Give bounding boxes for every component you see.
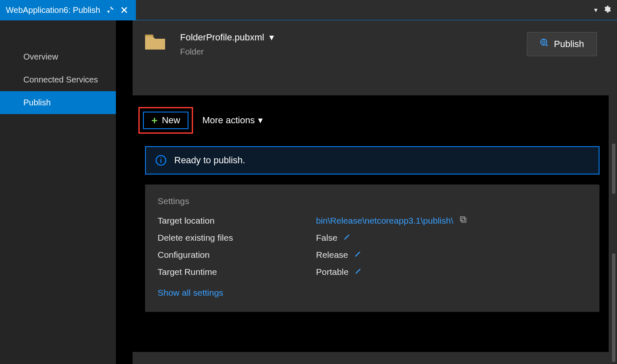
setting-row-configuration: Configuration Release <box>158 249 587 260</box>
setting-value: Release <box>316 250 348 260</box>
actions-row: + New More actions ▾ <box>133 107 609 134</box>
new-button-highlight: + New <box>138 107 193 134</box>
setting-value: False <box>316 233 337 243</box>
main-panel: FolderProfile.pubxml ▾ Folder Publish + <box>133 20 617 364</box>
tab-title: WebApplication6: Publish <box>6 5 100 15</box>
gutter <box>116 20 133 364</box>
sidebar: Overview Connected Services Publish <box>0 20 116 364</box>
globe-click-icon <box>540 38 549 50</box>
setting-key: Target Runtime <box>158 267 316 277</box>
chevron-down-icon: ▾ <box>258 115 263 126</box>
copy-icon[interactable] <box>459 215 467 226</box>
settings-title: Settings <box>158 196 587 206</box>
tab-bar: WebApplication6: Publish ▼ <box>0 0 617 20</box>
settings-card: Settings Target location bin\Release\net… <box>145 184 599 312</box>
setting-key: Delete existing files <box>158 233 316 243</box>
pin-icon[interactable] <box>106 6 114 14</box>
sidebar-item-connected-services[interactable]: Connected Services <box>0 68 116 91</box>
more-actions-dropdown[interactable]: More actions ▾ <box>202 115 263 126</box>
plus-icon: + <box>151 115 158 126</box>
sidebar-item-label: Overview <box>23 52 58 61</box>
workarea: + New More actions ▾ Ready to publish. S… <box>133 95 609 352</box>
setting-row-target-runtime: Target Runtime Portable <box>158 267 587 277</box>
close-icon[interactable] <box>120 6 128 14</box>
setting-key: Target location <box>158 216 316 226</box>
active-tab[interactable]: WebApplication6: Publish <box>0 0 136 20</box>
more-actions-label: More actions <box>202 115 255 126</box>
status-text: Ready to publish. <box>174 155 245 166</box>
show-all-settings-link[interactable]: Show all settings <box>158 288 587 298</box>
pencil-icon[interactable] <box>354 249 362 260</box>
info-icon <box>155 155 167 166</box>
svg-rect-4 <box>462 218 466 222</box>
tab-overflow-icon[interactable]: ▼ <box>593 7 599 13</box>
publish-header: FolderProfile.pubxml ▾ Folder Publish <box>133 20 609 57</box>
setting-row-target-location: Target location bin\Release\netcoreapp3.… <box>158 215 587 226</box>
new-button[interactable]: + New <box>143 112 188 129</box>
setting-row-delete-existing: Delete existing files False <box>158 232 587 243</box>
pencil-icon[interactable] <box>354 267 363 277</box>
profile-name: FolderProfile.pubxml <box>180 32 264 43</box>
gear-icon[interactable] <box>603 5 611 15</box>
sidebar-item-label: Publish <box>23 98 51 107</box>
publish-button[interactable]: Publish <box>527 32 597 56</box>
setting-key: Configuration <box>158 250 316 260</box>
svg-point-3 <box>161 157 161 158</box>
setting-value: Portable <box>316 267 349 277</box>
status-banner: Ready to publish. <box>145 146 599 175</box>
profile-dropdown[interactable]: FolderProfile.pubxml ▾ <box>180 32 274 43</box>
sidebar-item-overview[interactable]: Overview <box>0 45 116 68</box>
setting-value-link[interactable]: bin\Release\netcoreapp3.1\publish\ <box>316 216 453 226</box>
new-button-label: New <box>162 115 180 126</box>
profile-kind: Folder <box>180 47 274 57</box>
chevron-down-icon: ▾ <box>269 32 274 43</box>
publish-button-label: Publish <box>554 39 584 50</box>
sidebar-item-publish[interactable]: Publish <box>0 91 116 114</box>
scrollbar[interactable] <box>609 41 617 364</box>
pencil-icon[interactable] <box>343 232 351 243</box>
svg-rect-5 <box>461 217 465 221</box>
folder-icon <box>144 32 166 52</box>
sidebar-item-label: Connected Services <box>23 75 98 84</box>
